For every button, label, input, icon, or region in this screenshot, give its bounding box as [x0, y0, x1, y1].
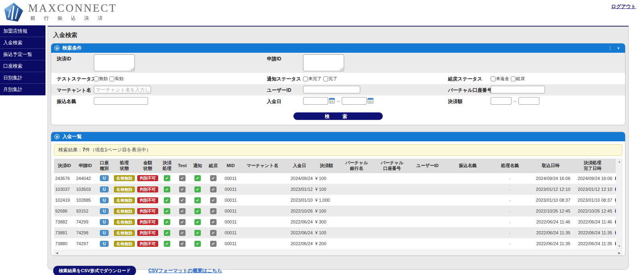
cell-deposit_date: 2022/10/26: [285, 206, 314, 217]
test-status-valid-checkbox[interactable]: [109, 77, 114, 81]
notify-status-incomplete-checkbox[interactable]: [303, 77, 308, 81]
search-conditions-panel: 検索条件 ▼ 決済ID 申請ID テストステータス 無効 有効: [51, 43, 625, 125]
cell-virtual_account: [374, 238, 410, 249]
sidebar-item-monthly-summary[interactable]: 月別集計: [0, 84, 45, 95]
cell-notify: ✔: [190, 238, 205, 249]
sidebar-item-account-search[interactable]: 口座検索: [0, 60, 45, 72]
refund-status-refunded-checkbox[interactable]: [511, 77, 516, 81]
cell-refund: ✔: [205, 238, 221, 249]
payment_process-check-icon: ✔: [164, 219, 170, 225]
test-status-invalid-checkbox[interactable]: [94, 77, 99, 81]
detail-button[interactable]: 詳細: [615, 196, 616, 204]
notify-status-incomplete-label: 未完了: [308, 76, 322, 82]
cell-transfer_name: [445, 195, 490, 206]
cell-mid: 00011: [221, 173, 240, 184]
column-header-amount_status: 金額 状態: [136, 159, 159, 173]
refund-status-label: 組戻ステータス: [448, 74, 491, 83]
test-status-label: テストステータス: [57, 74, 94, 83]
payment-id-textarea[interactable]: [94, 54, 135, 71]
sidebar-item-merchant-info[interactable]: 加盟店情報: [0, 25, 45, 37]
detail-button[interactable]: 詳細: [615, 240, 616, 248]
cell-process_name: -: [490, 206, 530, 217]
account_type-badge: U: [100, 208, 108, 214]
sidebar-item-transfer-schedule[interactable]: 振込予定一覧: [0, 49, 45, 60]
detail-button[interactable]: 詳細: [615, 174, 616, 182]
amount-to-input[interactable]: [518, 97, 539, 105]
test-check-icon: ✔: [179, 219, 186, 225]
collapse-toggle-icon[interactable]: ▼: [610, 46, 622, 50]
scroll-left-icon[interactable]: ◀: [56, 251, 58, 255]
transfer-name-input[interactable]: [94, 97, 148, 105]
column-header-payment_process: 決済 処理: [159, 159, 175, 173]
detail-button[interactable]: 詳細: [615, 229, 616, 237]
search-button[interactable]: 検 索: [293, 112, 383, 120]
request-id-label: 申請ID: [267, 54, 303, 62]
calendar-icon[interactable]: [367, 98, 374, 103]
cell-process_status: 名検無効: [113, 184, 136, 195]
brand-subtitle: 銀 行 振 込 決 済: [28, 15, 117, 22]
cell-process_status: 名検無効: [113, 195, 136, 206]
cell-virtual_bank: [339, 238, 374, 249]
detail-button[interactable]: 詳細: [615, 185, 616, 193]
cell-refund: ✔: [205, 217, 221, 227]
cell-process_status: 名検無効: [113, 173, 136, 184]
logout-link[interactable]: ログアウト: [611, 3, 636, 10]
cell-virtual_bank: [339, 217, 374, 227]
cell-user_id: [410, 173, 445, 184]
notify-status-complete-checkbox[interactable]: [323, 77, 328, 81]
cell-request_id: 93152: [75, 206, 96, 217]
request-id-textarea[interactable]: [303, 54, 344, 71]
form-row-ranges: 振込名義 入金日 ～ 決済額 ～: [51, 95, 625, 107]
cell-transfer_name: [445, 217, 490, 227]
detail-button[interactable]: 詳細: [615, 218, 616, 226]
virtual-account-number-input[interactable]: [491, 86, 545, 93]
user-id-input[interactable]: [303, 86, 360, 93]
table-row: 7388174298U名検無効判別不可✔✔✔✔000112022/06/24¥ …: [54, 227, 616, 238]
refund-status-unrefunded-checkbox[interactable]: [491, 77, 495, 81]
cell-complete_datetime: 2023/01/12 12:10: [572, 184, 613, 195]
cell-import_datetime: 2023/01/12 12:10: [530, 184, 572, 195]
cell-payment_id: 73882: [54, 217, 75, 227]
cell-refund: ✔: [205, 195, 221, 206]
cell-user_id: [410, 238, 445, 249]
cell-amount_status: 判別不可: [136, 184, 159, 195]
deposit-date-to-input[interactable]: [342, 97, 367, 105]
process_status-badge: 名検無効: [114, 175, 135, 181]
range-separator: ～: [335, 97, 342, 104]
refund-check-icon: ✔: [210, 197, 217, 203]
sidebar-item-daily-summary[interactable]: 日別集計: [0, 72, 45, 84]
horizontal-scrollbar[interactable]: ◀ ▶: [54, 250, 622, 256]
detail-button[interactable]: 詳細: [615, 207, 616, 215]
merchant-name-input[interactable]: [94, 86, 151, 93]
cell-deposit_date: 2022/06/24: [285, 227, 314, 238]
column-header-account_type: 口座 種別: [96, 159, 113, 173]
column-header-request_id: 申請ID: [75, 159, 96, 173]
cell-transfer_name: [445, 238, 490, 249]
account_type-badge: U: [100, 230, 108, 236]
vertical-scrollbar[interactable]: ▲ ▼: [617, 159, 622, 249]
amount_status-badge: 判別不可: [137, 197, 158, 203]
column-header-refund: 組戻: [205, 159, 221, 173]
cell-user_id: [410, 227, 445, 238]
cell-account_type: U: [96, 238, 113, 249]
deposit-date-from-input[interactable]: [303, 97, 328, 105]
calendar-icon[interactable]: [329, 98, 335, 103]
refund-status-refunded-label: 組戻: [516, 76, 525, 82]
cell-merchant_name: [240, 173, 285, 184]
csv-format-link[interactable]: CSVフォーマットの概要はこちら: [148, 267, 222, 274]
column-header-import_datetime: 取込日時: [530, 159, 572, 173]
scroll-right-icon[interactable]: ▶: [618, 251, 621, 255]
account_type-badge: U: [100, 197, 108, 203]
scroll-down-icon[interactable]: ▼: [618, 244, 621, 248]
table-row: 103037103503U名検無効判別不可✔✔✔✔000112023/01/12…: [54, 184, 616, 195]
cell-process_name: -: [490, 195, 530, 206]
table-row: 102419102885U名検無効判別不可✔✔✔✔000112023/01/10…: [54, 195, 616, 206]
amount_status-badge: 判別不可: [137, 230, 158, 236]
cell-virtual_bank: [339, 173, 374, 184]
payment_process-check-icon: ✔: [164, 186, 170, 192]
search-conditions-header: 検索条件 ▼: [51, 43, 625, 53]
amount-from-input[interactable]: [491, 97, 512, 105]
scroll-up-icon[interactable]: ▲: [618, 160, 621, 163]
csv-download-button[interactable]: 検索結果をCSV形式でダウンロード: [53, 266, 136, 275]
sidebar-item-deposit-search[interactable]: 入金検索: [0, 37, 45, 49]
